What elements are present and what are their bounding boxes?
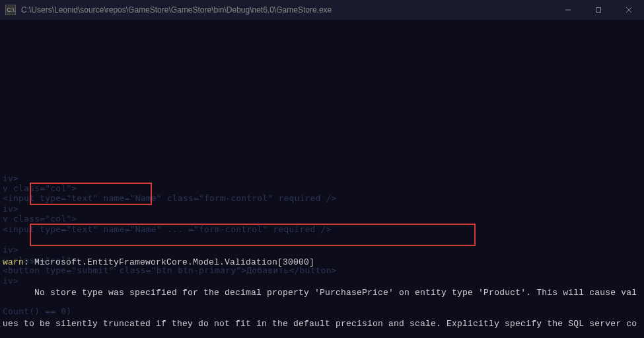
log-lines: warn: Microsoft.EntityFrameworkCore.Mode…: [3, 237, 641, 339]
close-button[interactable]: [614, 0, 644, 20]
window-title: C:\Users\Leonid\source\repos\GameStore\G…: [21, 5, 639, 15]
svg-rect-1: [596, 8, 601, 13]
log-text: : Microsoft.EntityFrameworkCore.Model.Va…: [24, 257, 314, 267]
log-level-warn: warn: [3, 257, 24, 267]
highlight-box-1: [30, 183, 152, 205]
console-output[interactable]: iv> v class="col"> <input type="text" na…: [0, 20, 644, 338]
ghost-text: v class="col">: [3, 214, 77, 224]
maximize-button[interactable]: [583, 0, 614, 20]
minimize-button[interactable]: [553, 0, 583, 20]
app-icon: C:\: [5, 5, 16, 15]
ghost-text: <input type="text" name="Name" class="fo…: [3, 193, 337, 204]
ghost-text: iv>: [3, 204, 18, 214]
log-line: ues to be silently truncated if they do …: [3, 319, 641, 329]
ghost-text: <input type="text" name="Name" ... ="for…: [3, 224, 332, 235]
window-controls: [553, 0, 644, 20]
ghost-text: v class="col">: [3, 183, 77, 194]
log-line: warn: Microsoft.EntityFrameworkCore.Mode…: [3, 257, 641, 268]
window-titlebar: C:\ C:\Users\Leonid\source\repos\GameSto…: [0, 0, 644, 20]
ghost-text: iv>: [3, 173, 18, 184]
log-line: No store type was specified for the deci…: [3, 288, 641, 298]
